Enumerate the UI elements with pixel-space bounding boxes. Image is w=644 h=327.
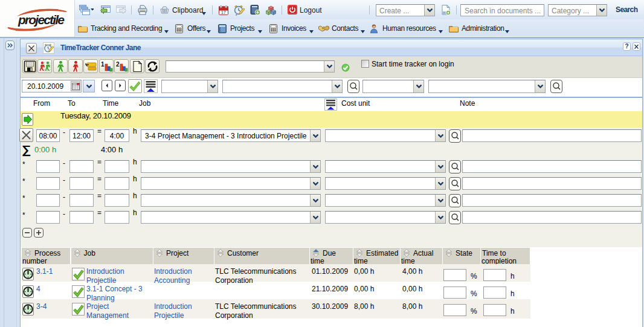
svg-text:1: 1: [101, 61, 105, 68]
svg-text:projectile: projectile: [18, 13, 65, 27]
svg-text:2: 2: [116, 61, 120, 68]
svg-text:17: 17: [221, 10, 226, 15]
